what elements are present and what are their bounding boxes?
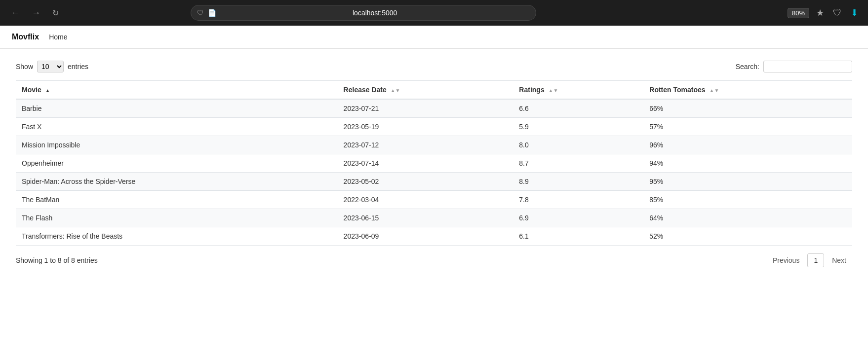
cell-release-date: 2022-03-04: [338, 191, 513, 209]
cell-release-date: 2023-06-15: [338, 209, 513, 227]
cell-rotten-tomatoes: 57%: [643, 118, 852, 136]
table-row: Mission Impossible 2023-07-12 8.0 96%: [16, 136, 852, 154]
sort-icon-rotten-tomatoes: ▲▼: [709, 88, 719, 93]
search-label: Search:: [736, 63, 759, 71]
movies-table: Movie ▲ Release Date ▲▼ Ratings ▲▼ Rotte…: [16, 80, 852, 246]
url-text[interactable]: localhost:5000: [220, 9, 530, 17]
nav-home-link[interactable]: Home: [49, 33, 67, 41]
cell-ratings: 6.1: [513, 227, 643, 246]
table-row: The Flash 2023-06-15 6.9 64%: [16, 209, 852, 227]
sort-icon-ratings: ▲▼: [549, 88, 558, 93]
table-row: The BatMan 2022-03-04 7.8 85%: [16, 191, 852, 209]
cell-movie: Oppenheimer: [16, 154, 338, 173]
cell-rotten-tomatoes: 64%: [643, 209, 852, 227]
browser-chrome: ← → ↻ 🛡 📄 localhost:5000 80% ★ 🛡 ⬇: [0, 0, 868, 26]
table-controls-top: Show 10 25 50 100 entries Search:: [16, 61, 852, 72]
cell-movie: The Flash: [16, 209, 338, 227]
app-brand: Movflix: [12, 33, 39, 41]
cell-release-date: 2023-07-21: [338, 99, 513, 118]
showing-text: Showing 1 to 8 of 8 entries: [16, 256, 98, 264]
cell-movie: Transformers: Rise of the Beasts: [16, 227, 338, 246]
cell-rotten-tomatoes: 66%: [643, 99, 852, 118]
search-input[interactable]: [763, 61, 852, 72]
cell-release-date: 2023-05-19: [338, 118, 513, 136]
cell-movie: The BatMan: [16, 191, 338, 209]
next-button[interactable]: Next: [826, 254, 852, 267]
cell-movie: Mission Impossible: [16, 136, 338, 154]
table-controls-bottom: Showing 1 to 8 of 8 entries Previous 1 N…: [16, 253, 852, 267]
cell-ratings: 6.6: [513, 99, 643, 118]
table-row: Transformers: Rise of the Beasts 2023-06…: [16, 227, 852, 246]
cell-release-date: 2023-06-09: [338, 227, 513, 246]
cell-rotten-tomatoes: 85%: [643, 191, 852, 209]
profile-icon[interactable]: 🛡: [831, 6, 844, 20]
cell-rotten-tomatoes: 96%: [643, 136, 852, 154]
table-row: Barbie 2023-07-21 6.6 66%: [16, 99, 852, 118]
cell-ratings: 6.9: [513, 209, 643, 227]
cell-ratings: 5.9: [513, 118, 643, 136]
search-control: Search:: [736, 61, 852, 72]
cell-release-date: 2023-07-12: [338, 136, 513, 154]
previous-button[interactable]: Previous: [767, 254, 805, 267]
table-row: Fast X 2023-05-19 5.9 57%: [16, 118, 852, 136]
cell-ratings: 8.9: [513, 173, 643, 191]
sort-icon-movie: ▲: [45, 88, 50, 93]
cell-rotten-tomatoes: 52%: [643, 227, 852, 246]
table-row: Oppenheimer 2023-07-14 8.7 94%: [16, 154, 852, 173]
entries-select[interactable]: 10 25 50 100: [37, 61, 64, 72]
sort-icon-release-date: ▲▼: [391, 88, 400, 93]
table-row: Spider-Man: Across the Spider-Verse 2023…: [16, 173, 852, 191]
shield-icon: 🛡: [197, 9, 204, 17]
cell-ratings: 7.8: [513, 191, 643, 209]
back-button[interactable]: ←: [8, 6, 23, 20]
col-release-date[interactable]: Release Date ▲▼: [338, 81, 513, 100]
zoom-level[interactable]: 80%: [788, 8, 809, 18]
col-ratings[interactable]: Ratings ▲▼: [513, 81, 643, 100]
table-header-row: Movie ▲ Release Date ▲▼ Ratings ▲▼ Rotte…: [16, 81, 852, 100]
main-content: Show 10 25 50 100 entries Search: Movie …: [0, 49, 868, 279]
cell-ratings: 8.0: [513, 136, 643, 154]
page-1-button[interactable]: 1: [807, 253, 824, 267]
cell-ratings: 8.7: [513, 154, 643, 173]
col-rotten-tomatoes[interactable]: Rotten Tomatoes ▲▼: [643, 81, 852, 100]
cell-movie: Barbie: [16, 99, 338, 118]
cell-movie: Fast X: [16, 118, 338, 136]
cell-rotten-tomatoes: 95%: [643, 173, 852, 191]
browser-right-controls: 80% ★ 🛡 ⬇: [788, 5, 860, 20]
cell-release-date: 2023-05-02: [338, 173, 513, 191]
cell-release-date: 2023-07-14: [338, 154, 513, 173]
cell-movie: Spider-Man: Across the Spider-Verse: [16, 173, 338, 191]
pagination: Previous 1 Next: [767, 253, 852, 267]
show-label: Show: [16, 63, 33, 71]
app-header: Movflix Home: [0, 26, 868, 49]
download-icon[interactable]: ⬇: [849, 5, 860, 20]
show-entries-control: Show 10 25 50 100 entries: [16, 61, 88, 72]
forward-button[interactable]: →: [29, 6, 43, 20]
cell-rotten-tomatoes: 94%: [643, 154, 852, 173]
col-movie[interactable]: Movie ▲: [16, 81, 338, 100]
address-bar: 🛡 📄 localhost:5000: [191, 5, 536, 21]
reload-button[interactable]: ↻: [49, 6, 62, 20]
bookmark-icon[interactable]: ★: [814, 5, 826, 20]
entries-suffix: entries: [68, 63, 88, 71]
page-icon: 📄: [208, 9, 216, 17]
